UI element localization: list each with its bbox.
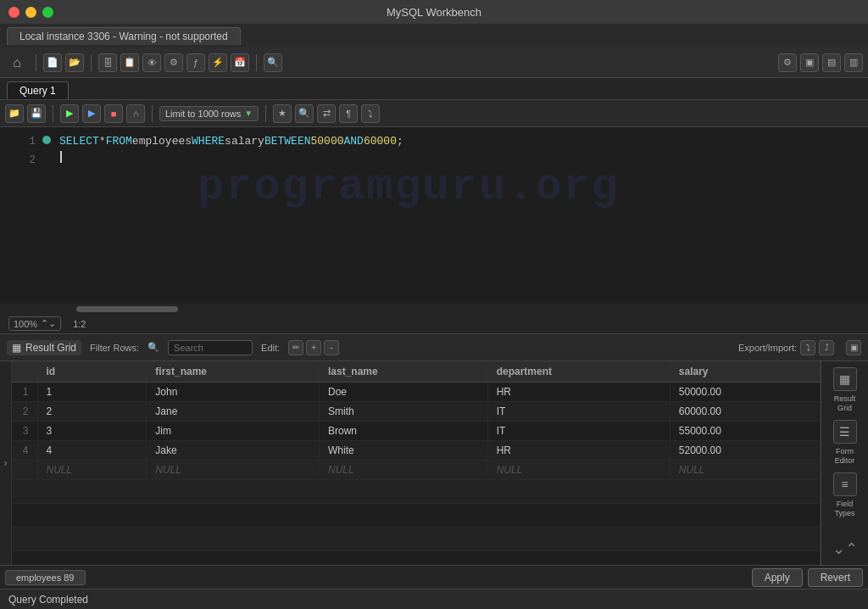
run-sel-icon[interactable]: ▶ [82, 104, 101, 123]
filter-search-input[interactable] [168, 340, 253, 355]
value-60000: 60000 [364, 132, 397, 151]
table-icon[interactable]: 📋 [120, 53, 139, 72]
sql-editor[interactable]: 1 2 SELECT * FROM employees WHERE salary… [0, 127, 868, 314]
horizontal-scrollbar-thumb[interactable] [76, 306, 178, 312]
cell-first-name: Jim [147, 422, 320, 441]
func-icon[interactable]: ƒ [186, 53, 205, 72]
proc-icon[interactable]: ⚙ [164, 53, 183, 72]
toolbar-separator [36, 54, 36, 71]
row-num: 1 [12, 383, 37, 402]
cell-department: IT [487, 402, 670, 422]
table-row[interactable]: 2 2 Jane Smith IT 60000.00 [12, 402, 821, 422]
row-num: 4 [12, 441, 37, 461]
connection-tab[interactable]: Local instance 3306 - Warning - not supp… [7, 27, 241, 45]
open-icon[interactable]: 📂 [65, 53, 84, 72]
cell-last-name: Doe [319, 383, 487, 402]
home-button[interactable]: ⌂ [5, 51, 29, 75]
keyword-and: AND [344, 132, 364, 151]
explain-icon[interactable]: ⑃ [126, 104, 145, 123]
export-icon[interactable]: ⤵ [800, 340, 815, 355]
result-grid-sidebar-btn[interactable]: ▦ ResultGrid [825, 365, 865, 416]
maximize-button[interactable] [42, 7, 53, 18]
schema-icon[interactable]: 🗄 [98, 53, 117, 72]
result-toolbar: ▦ Result Grid Filter Rows: 🔍 Edit: ✏ + -… [0, 334, 868, 361]
col-department: department [487, 361, 670, 383]
settings-icon[interactable]: ⚙ [778, 53, 797, 72]
bookmark-icon[interactable]: ★ [273, 104, 292, 123]
keyword-from: FROM [106, 132, 132, 151]
bottom-actions: Apply Revert [752, 568, 863, 587]
table-row[interactable]: 3 3 Jim Brown IT 55000.00 [12, 422, 821, 441]
value-50000: 50000 [311, 132, 344, 151]
keyword-between: BETWEEN [264, 132, 311, 151]
limit-dropdown[interactable]: Limit to 1000 rows ▼ [159, 106, 259, 121]
search-icon: 🔍 [147, 342, 159, 353]
query-tab-1[interactable]: Query 1 [7, 81, 69, 99]
col-salary: salary [670, 361, 820, 383]
zoom-arrow: ⌃⌄ [41, 318, 56, 329]
bottom-tab-bar: employees 89 Apply Revert [0, 565, 868, 589]
status-text: Query Completed [8, 594, 88, 606]
result-grid-label: Result Grid [25, 342, 76, 354]
editor-scrollbar[interactable] [0, 304, 868, 314]
empty-row [12, 551, 821, 566]
expand-panel-icon[interactable]: › [4, 457, 8, 469]
new-file-icon[interactable]: 📄 [43, 53, 62, 72]
col-id: id [37, 361, 147, 383]
grid-icon: ▦ [12, 342, 21, 354]
run-icon[interactable]: ▶ [60, 104, 79, 123]
edit-plus-icon[interactable]: + [306, 340, 321, 355]
data-grid: id first_name last_name department salar… [12, 361, 821, 565]
code-area[interactable]: SELECT * FROM employees WHERE salary BET… [56, 131, 868, 300]
sql-toolbar: 📁 💾 ▶ ▶ ■ ⑃ Limit to 1000 rows ▼ ★ 🔍 ⇄ ¶… [0, 100, 868, 127]
toolbar-separator [91, 54, 92, 71]
minimize-button[interactable] [25, 7, 36, 18]
operator-star: * [99, 132, 106, 151]
search-icon[interactable]: 🔍 [295, 104, 314, 123]
sidebar-expand-icon[interactable]: ⌄⌃ [832, 539, 858, 558]
apply-button[interactable]: Apply [752, 568, 803, 587]
view-icon[interactable]: 👁 [142, 53, 161, 72]
revert-button[interactable]: Revert [808, 568, 863, 587]
info-bar: 100% ⌃⌄ 1:2 [0, 314, 868, 334]
result-grid-icon: ▦ [833, 367, 857, 391]
close-button[interactable] [8, 7, 19, 18]
form-editor-sidebar-btn[interactable]: ☰ FormEditor [825, 417, 865, 468]
layout-icon[interactable]: ▣ [800, 53, 819, 72]
grid-options-icon[interactable]: ▣ [846, 340, 861, 355]
table-row[interactable]: 4 4 Jake White HR 52000.00 [12, 441, 821, 461]
cell-department: HR [487, 441, 670, 461]
keyword-select: SELECT [59, 132, 99, 151]
open-sql-icon[interactable]: 📁 [5, 104, 24, 123]
field-types-sidebar-btn[interactable]: ≡ FieldTypes [825, 470, 865, 521]
col-last-name: last_name [319, 361, 487, 383]
edit-minus-icon[interactable]: - [324, 340, 339, 355]
window-controls [8, 7, 53, 18]
toolbar-separator [53, 105, 53, 122]
export-icon[interactable]: ⤵ [361, 104, 380, 123]
import-icon[interactable]: ⤴ [819, 340, 834, 355]
edit-icons: ✏ + - [288, 340, 339, 355]
keyword-where: WHERE [192, 132, 225, 151]
null-cell-4: NULL [670, 461, 820, 480]
layout2-icon[interactable]: ▤ [822, 53, 841, 72]
save-sql-icon[interactable]: 💾 [27, 104, 46, 123]
result-grid-tab[interactable]: ▦ Result Grid [7, 340, 81, 355]
event-icon[interactable]: 📅 [231, 53, 249, 72]
employees-tab[interactable]: employees 89 [5, 570, 86, 585]
trigger-icon[interactable]: ⚡ [209, 53, 227, 72]
table-row[interactable]: 1 1 John Doe HR 50000.00 [12, 383, 821, 402]
null-row[interactable]: NULLNULLNULLNULLNULL [12, 461, 821, 480]
zoom-value: 100% [14, 319, 37, 329]
line-indicators [42, 131, 56, 300]
inspector-icon[interactable]: 🔍 [264, 53, 282, 72]
query-tabbar: Query 1 [0, 78, 868, 100]
layout3-icon[interactable]: ▥ [844, 53, 863, 72]
stop-icon[interactable]: ■ [104, 104, 123, 123]
export-label: Export/Import: [738, 343, 797, 353]
edit-pencil-icon[interactable]: ✏ [288, 340, 303, 355]
zoom-control[interactable]: 100% ⌃⌄ [8, 316, 61, 331]
format-icon[interactable]: ¶ [339, 104, 358, 123]
find-replace-icon[interactable]: ⇄ [317, 104, 336, 123]
cell-id: 3 [37, 422, 147, 441]
